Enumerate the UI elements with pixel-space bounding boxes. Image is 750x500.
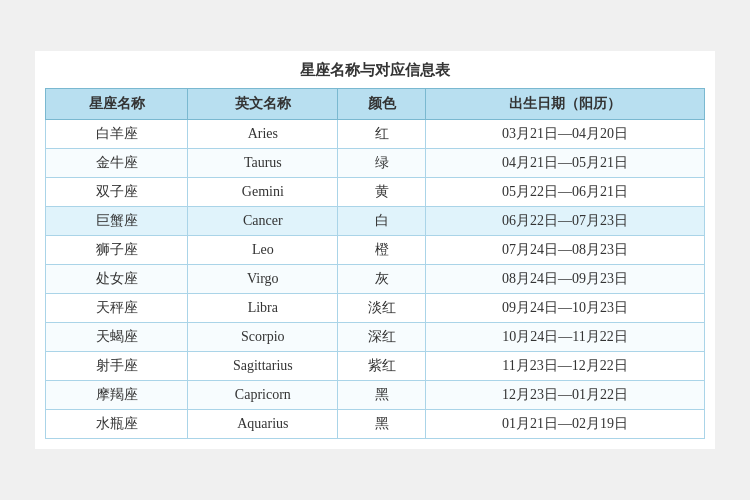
- cell-chinese: 射手座: [46, 352, 188, 381]
- cell-color: 黑: [338, 381, 426, 410]
- main-container: 星座名称与对应信息表 星座名称 英文名称 颜色 出生日期（阳历） 白羊座Arie…: [35, 51, 715, 449]
- cell-english: Libra: [188, 294, 338, 323]
- cell-color: 绿: [338, 149, 426, 178]
- cell-english: Sagittarius: [188, 352, 338, 381]
- cell-chinese: 狮子座: [46, 236, 188, 265]
- table-row: 摩羯座Capricorn黑12月23日—01月22日: [46, 381, 705, 410]
- cell-dates: 10月24日—11月22日: [426, 323, 705, 352]
- cell-english: Capricorn: [188, 381, 338, 410]
- cell-color: 深红: [338, 323, 426, 352]
- cell-color: 黄: [338, 178, 426, 207]
- header-color: 颜色: [338, 89, 426, 120]
- cell-dates: 11月23日—12月22日: [426, 352, 705, 381]
- cell-english: Scorpio: [188, 323, 338, 352]
- cell-chinese: 金牛座: [46, 149, 188, 178]
- cell-color: 紫红: [338, 352, 426, 381]
- cell-color: 红: [338, 120, 426, 149]
- cell-color: 黑: [338, 410, 426, 439]
- header-chinese: 星座名称: [46, 89, 188, 120]
- cell-color: 灰: [338, 265, 426, 294]
- cell-chinese: 巨蟹座: [46, 207, 188, 236]
- cell-dates: 06月22日—07月23日: [426, 207, 705, 236]
- table-row: 巨蟹座Cancer白06月22日—07月23日: [46, 207, 705, 236]
- table-header-row: 星座名称 英文名称 颜色 出生日期（阳历）: [46, 89, 705, 120]
- cell-chinese: 天秤座: [46, 294, 188, 323]
- cell-english: Taurus: [188, 149, 338, 178]
- cell-color: 淡红: [338, 294, 426, 323]
- cell-chinese: 摩羯座: [46, 381, 188, 410]
- cell-dates: 08月24日—09月23日: [426, 265, 705, 294]
- cell-dates: 09月24日—10月23日: [426, 294, 705, 323]
- cell-dates: 04月21日—05月21日: [426, 149, 705, 178]
- zodiac-table: 星座名称 英文名称 颜色 出生日期（阳历） 白羊座Aries红03月21日—04…: [45, 88, 705, 439]
- header-english: 英文名称: [188, 89, 338, 120]
- cell-chinese: 双子座: [46, 178, 188, 207]
- table-row: 金牛座Taurus绿04月21日—05月21日: [46, 149, 705, 178]
- cell-color: 白: [338, 207, 426, 236]
- table-row: 水瓶座Aquarius黑01月21日—02月19日: [46, 410, 705, 439]
- table-row: 天秤座Libra淡红09月24日—10月23日: [46, 294, 705, 323]
- table-row: 射手座Sagittarius紫红11月23日—12月22日: [46, 352, 705, 381]
- page-title: 星座名称与对应信息表: [45, 61, 705, 80]
- cell-chinese: 水瓶座: [46, 410, 188, 439]
- cell-dates: 05月22日—06月21日: [426, 178, 705, 207]
- cell-dates: 01月21日—02月19日: [426, 410, 705, 439]
- cell-english: Gemini: [188, 178, 338, 207]
- table-row: 狮子座Leo橙07月24日—08月23日: [46, 236, 705, 265]
- table-row: 白羊座Aries红03月21日—04月20日: [46, 120, 705, 149]
- table-row: 处女座Virgo灰08月24日—09月23日: [46, 265, 705, 294]
- cell-chinese: 处女座: [46, 265, 188, 294]
- cell-chinese: 白羊座: [46, 120, 188, 149]
- cell-english: Leo: [188, 236, 338, 265]
- cell-color: 橙: [338, 236, 426, 265]
- cell-english: Aries: [188, 120, 338, 149]
- cell-english: Cancer: [188, 207, 338, 236]
- header-dates: 出生日期（阳历）: [426, 89, 705, 120]
- cell-english: Aquarius: [188, 410, 338, 439]
- cell-chinese: 天蝎座: [46, 323, 188, 352]
- cell-dates: 03月21日—04月20日: [426, 120, 705, 149]
- cell-dates: 07月24日—08月23日: [426, 236, 705, 265]
- table-row: 天蝎座Scorpio深红10月24日—11月22日: [46, 323, 705, 352]
- table-row: 双子座Gemini黄05月22日—06月21日: [46, 178, 705, 207]
- cell-dates: 12月23日—01月22日: [426, 381, 705, 410]
- cell-english: Virgo: [188, 265, 338, 294]
